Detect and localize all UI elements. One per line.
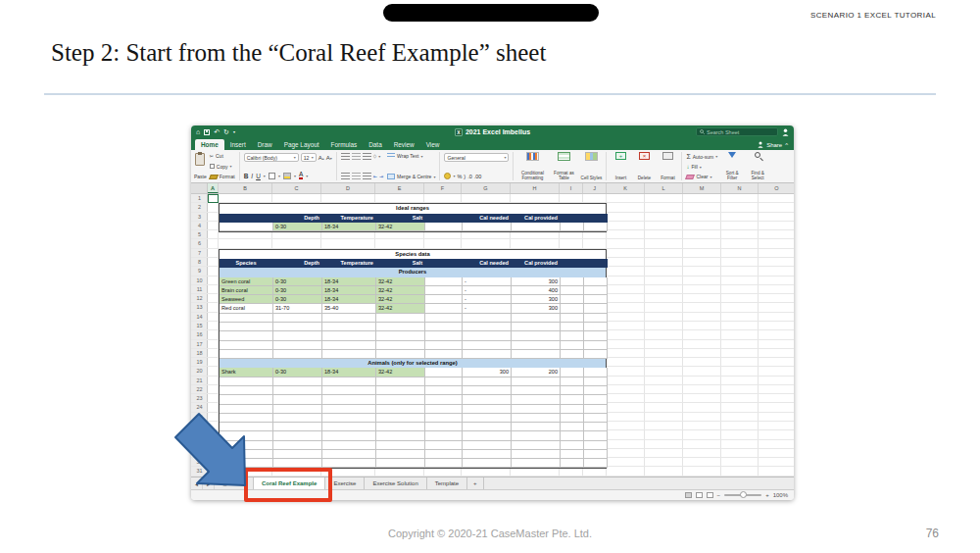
grid-cell[interactable] (220, 377, 273, 386)
grid-cell[interactable] (425, 223, 463, 231)
grid-cell[interactable] (584, 277, 608, 286)
align-right-button[interactable] (363, 173, 371, 179)
grid-cell[interactable] (584, 350, 608, 359)
align-center-button[interactable] (352, 173, 361, 179)
grid-cell[interactable]: 32-42 (376, 304, 425, 313)
row-header-16[interactable]: 16 (191, 330, 208, 339)
grid-cell[interactable] (273, 405, 322, 414)
grid-cell[interactable] (273, 431, 322, 440)
percent-format-button[interactable]: % (457, 174, 462, 179)
grid-cell[interactable]: 400 (512, 286, 561, 295)
sort-filter-button[interactable]: Sort & Filter (721, 152, 743, 180)
grid-cell[interactable]: - (463, 304, 512, 313)
grid-cell[interactable]: Species (220, 259, 273, 268)
fill-color-button[interactable] (283, 173, 291, 179)
grid-cell[interactable]: 300 (512, 304, 561, 313)
grid-cell[interactable] (273, 423, 322, 431)
ribbon-tab-view[interactable]: View (420, 139, 446, 150)
grid-cell[interactable] (425, 350, 463, 359)
currency-format-button[interactable] (444, 173, 451, 179)
underline-button[interactable]: U (256, 173, 261, 179)
collapse-ribbon-icon[interactable]: ^ (785, 142, 788, 148)
grid-cell[interactable] (584, 395, 608, 404)
grid-cell[interactable] (273, 350, 322, 359)
grid-cell[interactable] (512, 377, 561, 386)
grid-cell[interactable] (376, 377, 425, 386)
column-header-C[interactable]: C (272, 183, 321, 193)
grid-cell[interactable] (425, 295, 463, 304)
align-middle-button[interactable] (352, 153, 361, 160)
home-icon[interactable]: ⌂ (196, 128, 200, 135)
grid-cell[interactable]: - (463, 277, 512, 286)
grid-cell[interactable] (561, 368, 584, 377)
grid-cell[interactable] (512, 223, 561, 231)
row-header-15[interactable]: 15 (191, 322, 208, 330)
undo-icon[interactable]: ↶ (214, 128, 220, 136)
cell-styles-button[interactable]: Cell Styles (580, 152, 602, 180)
grid-cell[interactable] (425, 450, 463, 459)
select-all-corner[interactable] (191, 183, 208, 193)
save-icon[interactable] (204, 129, 210, 135)
grid-cell[interactable] (512, 405, 561, 414)
row-header-4[interactable]: 4 (191, 222, 208, 230)
grid-cell[interactable]: 300 (512, 295, 561, 304)
grid-cell[interactable] (273, 377, 322, 386)
grid-cell[interactable]: - (463, 295, 512, 304)
grid-cell[interactable] (561, 314, 584, 323)
grid-cell[interactable] (322, 450, 376, 459)
grid-cell[interactable] (425, 414, 463, 423)
zoom-slider[interactable] (724, 494, 761, 496)
row-header-1[interactable]: 1 (191, 194, 208, 203)
grid-cell[interactable] (425, 405, 463, 414)
grid-cell[interactable] (425, 331, 463, 340)
grid-cell[interactable] (584, 341, 608, 350)
grid-cell[interactable] (273, 341, 322, 350)
grid-cell[interactable] (425, 323, 463, 331)
grid-cell[interactable]: 35-40 (322, 304, 376, 313)
grid-cell[interactable] (425, 431, 463, 440)
borders-button[interactable] (269, 173, 275, 179)
grid-cell[interactable] (463, 395, 512, 404)
grid-cell[interactable]: Red coral (220, 304, 273, 313)
orientation-button[interactable]: ⬦ (373, 153, 377, 160)
grid-cell[interactable] (584, 368, 608, 377)
grid-cell[interactable] (584, 450, 608, 459)
grid-cell[interactable] (561, 441, 584, 450)
grid-cell[interactable] (463, 323, 512, 331)
grid-cell[interactable] (322, 331, 376, 340)
column-header-O[interactable]: O (759, 183, 794, 193)
grid-cell[interactable] (512, 450, 561, 459)
grid-cell[interactable] (220, 331, 273, 340)
grid-cell[interactable] (273, 395, 322, 404)
grid-cell[interactable] (512, 323, 561, 331)
grid-cell[interactable] (584, 423, 608, 431)
grid-cell[interactable] (561, 395, 584, 404)
column-header-D[interactable]: D (321, 183, 375, 193)
grid-cell[interactable] (561, 259, 584, 268)
grid-cell[interactable]: 0-30 (273, 286, 322, 295)
grid-cell[interactable] (584, 459, 608, 468)
grid-cell[interactable] (584, 304, 608, 313)
grid-cell[interactable] (463, 386, 512, 395)
grid-cell[interactable] (425, 304, 463, 313)
grid-cell[interactable] (322, 405, 376, 414)
grid-cell[interactable]: 200 (512, 368, 561, 377)
row-header-2[interactable]: 2 (191, 203, 208, 212)
grid-cell[interactable] (322, 323, 376, 331)
grid-cell[interactable] (561, 386, 584, 395)
grid-cell[interactable]: 0-30 (273, 223, 322, 231)
table-band-cell[interactable]: Producers (220, 268, 606, 276)
clear-button[interactable]: Clear▾ (686, 174, 717, 179)
grid-cell[interactable] (425, 386, 463, 395)
grid-cell[interactable] (584, 431, 608, 440)
grid-cell[interactable] (376, 314, 425, 323)
column-header-K[interactable]: K (607, 183, 645, 193)
table-title-cell[interactable]: Species data (220, 250, 606, 259)
wrap-text-button[interactable]: Wrap Text▾ (387, 153, 435, 159)
grid-cell[interactable] (463, 331, 512, 340)
format-as-table-button[interactable]: Format as Table (551, 152, 576, 180)
grid-cell[interactable]: 18-34 (322, 295, 376, 304)
ribbon-tab-page-layout[interactable]: Page Layout (278, 139, 325, 150)
grid-cell[interactable] (425, 259, 463, 268)
grid-cell[interactable]: Brain coral (220, 286, 273, 295)
